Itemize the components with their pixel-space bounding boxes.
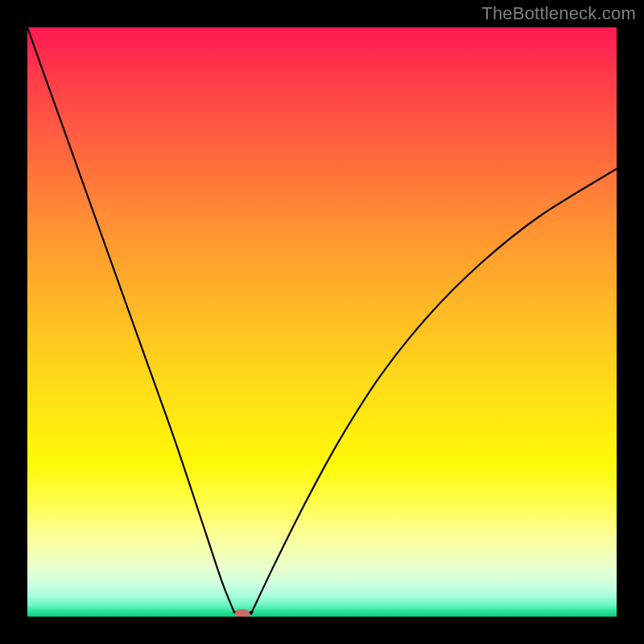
chart-frame: TheBottleneck.com: [0, 0, 644, 644]
optimum-marker: [235, 609, 250, 617]
watermark-text: TheBottleneck.com: [481, 3, 636, 24]
bottleneck-curve: [27, 27, 617, 615]
plot-area: [27, 27, 617, 617]
curve-svg: [27, 27, 617, 617]
